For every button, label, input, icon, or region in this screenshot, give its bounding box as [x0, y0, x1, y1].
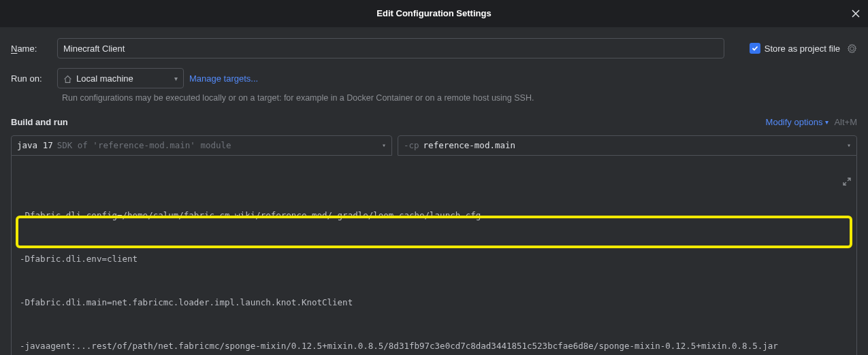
titlebar: Edit Configuration Settings — [0, 0, 868, 27]
check-icon — [752, 45, 758, 52]
store-project-checkbox[interactable] — [750, 43, 760, 54]
vm-arguments-textarea[interactable]: -Dfabric.dli.config=/home/calum/fabric-c… — [11, 156, 857, 356]
dialog-title: Edit Configuration Settings — [376, 8, 491, 18]
modify-options-link[interactable]: Modify options ▾ — [766, 117, 829, 127]
runon-label: Run on: — [11, 73, 52, 84]
sdk-desc: SDK of 'reference-mod.main' module — [57, 140, 231, 150]
name-input[interactable] — [57, 38, 724, 58]
module-select[interactable]: -cp reference-mod.main ▾ — [398, 135, 857, 156]
close-icon — [852, 10, 860, 18]
vmarg-line: -javaagent:...rest/of/path/net.fabricmc/… — [20, 339, 848, 353]
runon-hint: Run configurations may be executed local… — [62, 92, 857, 105]
chevron-down-icon: ▾ — [847, 141, 851, 149]
sdk-name: java 17 — [17, 140, 53, 150]
home-icon — [63, 73, 72, 83]
gear-icon[interactable] — [847, 43, 857, 54]
chevron-down-icon: ▾ — [825, 118, 829, 126]
vmarg-line: -Dfabric.dli.config=/home/calum/fabric-c… — [20, 208, 848, 222]
store-project-label: Store as project file — [765, 44, 840, 54]
module-name: reference-mod.main — [423, 140, 515, 150]
vmarg-line: -Dfabric.dli.env=client — [20, 252, 848, 266]
runon-select[interactable]: Local machine ▾ — [57, 68, 184, 88]
runon-value: Local machine — [76, 73, 133, 84]
close-button[interactable] — [852, 7, 860, 19]
manage-targets-link[interactable]: Manage targets... — [189, 73, 258, 84]
sdk-select[interactable]: java 17 SDK of 'reference-mod.main' modu… — [11, 135, 392, 156]
build-run-title: Build and run — [11, 117, 68, 127]
modify-shortcut: Alt+M — [834, 117, 857, 127]
vmarg-line: -Dfabric.dli.main=net.fabricmc.loader.im… — [20, 295, 848, 309]
expand-icon[interactable] — [814, 161, 851, 203]
module-cp-prefix: -cp — [404, 140, 419, 150]
chevron-down-icon: ▾ — [382, 141, 386, 149]
chevron-down-icon: ▾ — [174, 75, 178, 82]
name-label: Name: — [11, 44, 52, 54]
store-project-file[interactable]: Store as project file — [750, 43, 857, 54]
